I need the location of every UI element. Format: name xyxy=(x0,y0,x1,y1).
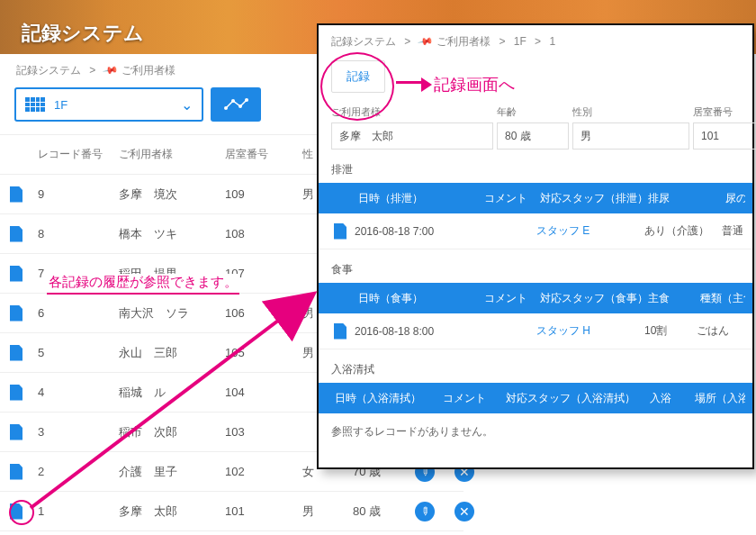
kiroku-button[interactable]: 記録 xyxy=(331,60,385,93)
app-title: 記録システム xyxy=(22,20,144,47)
record-icon[interactable] xyxy=(10,424,22,440)
floor-select[interactable]: 1F ⌄ xyxy=(14,87,203,122)
record-icon[interactable] xyxy=(10,186,22,203)
gender-label: 性別 xyxy=(572,105,689,119)
chevron-down-icon: ⌄ xyxy=(181,96,193,113)
annotation-arrow-right xyxy=(396,81,423,84)
floor-value: 1F xyxy=(54,98,68,112)
section-haisetsu: 排泄 xyxy=(319,150,752,183)
record-icon[interactable] xyxy=(334,223,346,240)
room-value: 101 xyxy=(693,122,756,150)
record-icon[interactable] xyxy=(10,226,22,242)
staff-link[interactable]: スタッフ E xyxy=(536,223,644,239)
pencil-icon: ✎ xyxy=(418,503,433,519)
record-icon[interactable] xyxy=(10,385,22,401)
room-label: 居室番号 xyxy=(693,105,756,119)
close-icon: ✕ xyxy=(459,505,470,518)
section-shokuji: 食事 xyxy=(319,249,752,283)
popup-breadcrumb: 記録システム > 📌 ご利用者様 > 1F > 1 xyxy=(319,25,752,59)
user-label: ご利用者様 xyxy=(331,105,493,119)
delete-button[interactable]: ✕ xyxy=(454,502,474,521)
hint-text: 各記録の履歴が参照できます。 xyxy=(47,274,239,295)
col-room[interactable]: 居室番号 xyxy=(220,147,297,162)
breadcrumb-app[interactable]: 記録システム xyxy=(16,64,81,77)
pin-icon: 📌 xyxy=(102,62,119,79)
grid-icon xyxy=(25,97,45,112)
record-icon[interactable] xyxy=(10,305,22,322)
table-row[interactable]: 1 多摩 太郎 101 男 80 歳 ✎ ✕ xyxy=(0,492,464,531)
haisetsu-row[interactable]: 2016-08-18 7:00 スタッフ E あり（介護） 普通 xyxy=(319,213,752,249)
shokuji-header: 日時（食事） コメント 対応スタッフ（食事） 主食 種類（主食） xyxy=(319,283,752,313)
record-icon[interactable] xyxy=(334,323,346,340)
user-info-row: ご利用者様 多摩 太郎 年齢 80 歳 性別 男 居室番号 101 xyxy=(319,105,752,150)
chart-button[interactable] xyxy=(211,87,261,122)
nyuyoku-header: 日時（入浴清拭） コメント 対応スタッフ（入浴清拭） 入浴 場所（入浴清拭） xyxy=(319,383,752,413)
age-value: 80 歳 xyxy=(497,122,569,150)
record-icon[interactable] xyxy=(10,266,22,282)
annotation-label: 記録画面へ xyxy=(434,74,515,95)
record-icon[interactable] xyxy=(10,345,22,361)
chart-line-icon xyxy=(223,96,248,113)
col-record-no[interactable]: レコード番号 xyxy=(32,147,113,162)
haisetsu-header: 日時（排泄） コメント 対応スタッフ（排泄） 排尿 尿の状態 xyxy=(319,183,752,213)
shokuji-row[interactable]: 2016-08-18 8:00 スタッフ H 10割 ごはん xyxy=(319,313,752,349)
breadcrumb-page[interactable]: ご利用者様 xyxy=(122,64,176,77)
age-label: 年齢 xyxy=(497,105,569,119)
detail-popup: 記録システム > 📌 ご利用者様 > 1F > 1 記録 ご利用者様 多摩 太郎… xyxy=(317,23,754,469)
record-icon[interactable] xyxy=(10,464,22,480)
pin-icon: 📌 xyxy=(417,33,434,50)
edit-button[interactable]: ✎ xyxy=(415,502,435,521)
col-user[interactable]: ご利用者様 xyxy=(113,147,220,162)
record-icon[interactable] xyxy=(10,503,22,520)
staff-link[interactable]: スタッフ H xyxy=(536,323,644,339)
nyuyoku-empty: 参照するレコードがありません。 xyxy=(319,413,752,450)
user-value: 多摩 太郎 xyxy=(331,122,493,150)
section-nyuyoku: 入浴清拭 xyxy=(319,349,752,383)
gender-value: 男 xyxy=(572,122,689,150)
